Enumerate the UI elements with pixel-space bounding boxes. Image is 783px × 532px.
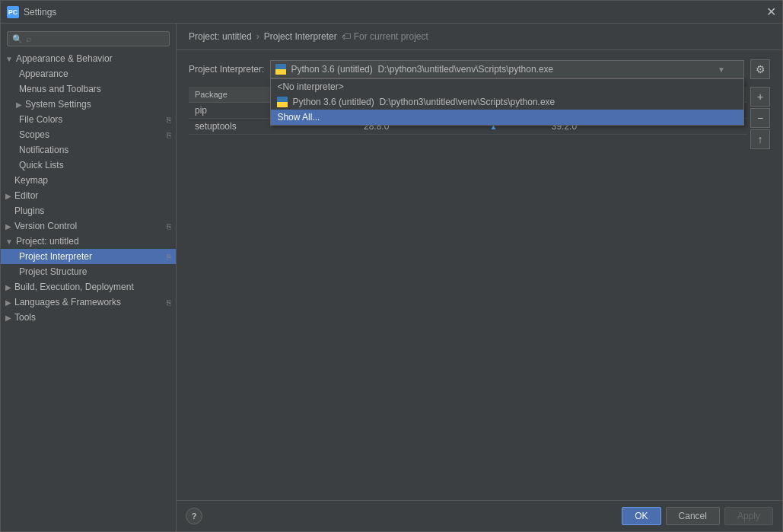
dropdown-option-show-all[interactable]: Show All... xyxy=(271,110,743,125)
apply-button: Apply xyxy=(724,507,773,525)
sidebar-item-project-interpreter[interactable]: Project Interpreter ⎘ xyxy=(1,249,176,264)
dropdown-option-no-interpreter[interactable]: <No interpreter> xyxy=(271,79,743,94)
svg-rect-1 xyxy=(281,69,286,75)
sidebar-item-tools[interactable]: ▶ Tools xyxy=(1,310,176,325)
sidebar-item-label: Tools xyxy=(14,312,36,323)
sidebar-item-label: Project: untitled xyxy=(16,236,79,247)
sidebar-item-label: Notifications xyxy=(19,145,68,155)
ok-button[interactable]: OK xyxy=(622,507,660,525)
python-icon xyxy=(275,64,286,75)
sidebar-item-label: Editor xyxy=(14,190,38,201)
sidebar-item-label: Version Control xyxy=(14,221,77,231)
help-button[interactable]: ? xyxy=(186,508,202,524)
interpreter-settings-button[interactable]: ⚙ xyxy=(750,59,770,79)
add-package-button[interactable]: + xyxy=(750,87,770,107)
sidebar-item-label: Appearance xyxy=(19,68,68,79)
copy-icon: ⎘ xyxy=(167,253,171,261)
sidebar-item-scopes[interactable]: Scopes ⎘ xyxy=(1,127,176,142)
expand-arrow: ▼ xyxy=(5,55,13,63)
upgrade-package-button[interactable]: ↑ xyxy=(750,129,770,149)
expand-arrow: ▼ xyxy=(5,237,13,246)
sidebar-item-label: File Colors xyxy=(19,114,62,125)
cancel-button[interactable]: Cancel xyxy=(666,507,720,525)
svg-rect-3 xyxy=(281,64,286,69)
expand-arrow: ▶ xyxy=(5,298,11,307)
show-all-label: Show All... xyxy=(277,112,320,123)
breadcrumb-project[interactable]: Project: untitled xyxy=(189,31,252,42)
sidebar-item-version-control[interactable]: ▶ Version Control ⎘ xyxy=(1,218,176,234)
sidebar-item-label: Menus and Toolbars xyxy=(19,84,101,94)
title-bar: PC Settings ✕ xyxy=(1,1,782,24)
sidebar-item-label: Project Interpreter xyxy=(19,251,92,262)
tag-icon: 🏷 xyxy=(342,31,351,42)
selected-interpreter-text: Python 3.6 (untitled) D:\python3\untitle… xyxy=(291,64,553,75)
interpreter-dropdown-wrapper: Python 3.6 (untitled) D:\python3\untitle… xyxy=(270,60,744,78)
breadcrumb-current: Project Interpreter xyxy=(264,31,337,42)
main-content-area: 🔍 ▼ Appearance & Behavior Appearance Men… xyxy=(1,24,782,531)
table-action-buttons: + − ↑ xyxy=(750,87,770,149)
svg-rect-7 xyxy=(282,97,288,102)
expand-arrow: ▶ xyxy=(5,192,11,200)
sidebar-item-keymap[interactable]: ▶ Keymap xyxy=(1,173,176,188)
interpreter-dropdown-menu: <No interpreter> Python 3.6 (untitled) D… xyxy=(270,78,744,126)
interpreter-label: Project Interpreter: xyxy=(189,64,264,75)
dropdown-arrow-icon: ▼ xyxy=(718,65,725,74)
sidebar-item-label: Appearance & Behavior xyxy=(16,53,113,64)
sidebar-item-editor[interactable]: ▶ Editor xyxy=(1,188,176,203)
sidebar-item-languages-frameworks[interactable]: ▶ Languages & Frameworks ⎘ xyxy=(1,295,176,310)
python36-label: Python 3.6 (untitled) D:\python3\untitle… xyxy=(292,97,555,107)
svg-rect-0 xyxy=(275,64,281,69)
search-icon: 🔍 xyxy=(12,34,23,44)
sidebar-item-system-settings[interactable]: ▶ System Settings xyxy=(1,97,176,112)
title-bar-left: PC Settings xyxy=(7,6,56,18)
sidebar: 🔍 ▼ Appearance & Behavior Appearance Men… xyxy=(1,24,177,531)
expand-arrow: ▶ xyxy=(5,314,11,322)
expand-arrow: ▶ xyxy=(5,283,11,291)
dropdown-option-python36[interactable]: Python 3.6 (untitled) D:\python3\untitle… xyxy=(271,94,743,110)
panel-content: Project Interpreter: Python 3.6 (untitle… xyxy=(177,50,782,500)
sidebar-item-file-colors[interactable]: File Colors ⎘ xyxy=(1,112,176,127)
sidebar-item-appearance-behavior[interactable]: ▼ Appearance & Behavior xyxy=(1,51,176,66)
expand-arrow: ▶ xyxy=(16,100,22,109)
window-title: Settings xyxy=(24,7,56,18)
sidebar-item-project-untitled[interactable]: ▼ Project: untitled xyxy=(1,234,176,249)
search-box[interactable]: 🔍 xyxy=(7,31,170,46)
sidebar-item-label: Keymap xyxy=(14,175,48,186)
copy-icon: ⎘ xyxy=(167,222,171,231)
sidebar-item-label: Quick Lists xyxy=(19,160,64,170)
breadcrumb-tag: 🏷 For current project xyxy=(342,31,428,42)
sidebar-item-label: Languages & Frameworks xyxy=(14,297,121,307)
sidebar-item-plugins[interactable]: ▶ Plugins xyxy=(1,203,176,218)
sidebar-item-label: System Settings xyxy=(25,99,91,110)
sidebar-item-project-structure[interactable]: Project Structure xyxy=(1,264,176,279)
sidebar-item-appearance[interactable]: Appearance xyxy=(1,66,176,81)
interpreter-dropdown[interactable]: Python 3.6 (untitled) D:\python3\untitle… xyxy=(270,60,744,78)
search-input[interactable] xyxy=(26,33,164,44)
no-interpreter-label: <No interpreter> xyxy=(277,81,343,92)
breadcrumb: Project: untitled › Project Interpreter … xyxy=(177,24,782,50)
breadcrumb-tag-label: For current project xyxy=(354,31,428,42)
svg-rect-2 xyxy=(275,69,281,75)
sidebar-item-notifications[interactable]: Notifications xyxy=(1,142,176,158)
sidebar-item-label: Scopes xyxy=(19,129,49,140)
footer: ? OK Cancel Apply xyxy=(177,500,782,531)
sidebar-item-menus-toolbars[interactable]: Menus and Toolbars xyxy=(1,81,176,97)
svg-rect-6 xyxy=(277,102,282,107)
expand-arrow: ▶ xyxy=(5,222,11,231)
settings-window: PC Settings ✕ 🔍 ▼ Appearance & Behavior … xyxy=(0,0,783,532)
sidebar-item-label: Plugins xyxy=(14,205,44,216)
sidebar-item-label: Project Structure xyxy=(19,266,87,277)
sidebar-item-build-execution[interactable]: ▶ Build, Execution, Deployment xyxy=(1,279,176,295)
app-icon: PC xyxy=(7,6,19,18)
breadcrumb-separator: › xyxy=(256,31,259,42)
sidebar-item-label: Build, Execution, Deployment xyxy=(14,282,134,292)
copy-icon: ⎘ xyxy=(167,298,171,307)
python-icon xyxy=(277,97,288,107)
remove-package-button[interactable]: − xyxy=(750,108,770,128)
close-button[interactable]: ✕ xyxy=(765,7,776,18)
sidebar-item-quick-lists[interactable]: Quick Lists xyxy=(1,158,176,173)
copy-icon: ⎘ xyxy=(167,116,171,124)
interpreter-row: Project Interpreter: Python 3.6 (untitle… xyxy=(189,59,770,79)
main-panel: Project: untitled › Project Interpreter … xyxy=(177,24,782,531)
svg-rect-4 xyxy=(277,97,282,102)
